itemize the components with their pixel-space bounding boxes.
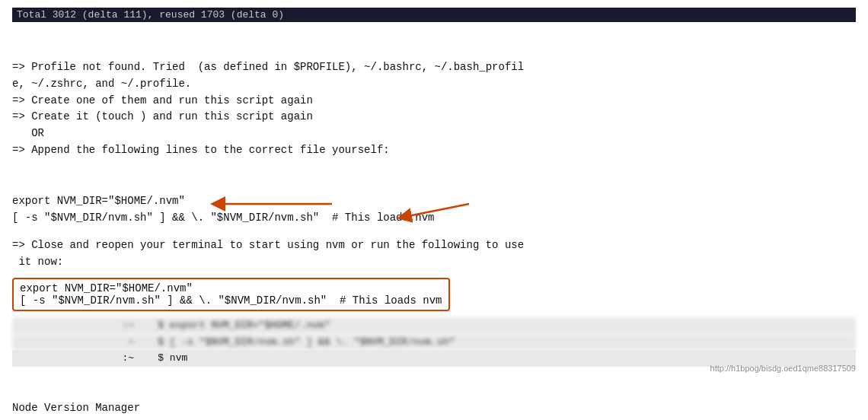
terminal-row-1: :~ $ export NVM_DIR="$HOME/.nvm": [12, 317, 856, 334]
footer-text: Node Version Manager: [12, 402, 140, 414]
line-profile: => Profile not found. Tried (as defined …: [12, 61, 524, 90]
terminal-row-2: ~ $ [ -s "$NVM_DIR/nvm.sh" ] && \. "$NVM…: [12, 334, 856, 351]
watermark: http://h1bpog/bisdg.oed1qme88317509: [710, 364, 856, 373]
highlighted-commands: export NVM_DIR="$HOME/.nvm" [ -s "$NVM_D…: [12, 278, 450, 311]
export-section: export NVM_DIR="$HOME/.nvm" [ -s "$NVM_D…: [12, 193, 856, 236]
terminal-output: => Profile not found. Tried (as defined …: [12, 27, 856, 192]
export-line1: export NVM_DIR="$HOME/.nvm" [ -s "$NVM_D…: [12, 193, 856, 226]
line-append: => Append the following lines to the cor…: [12, 144, 390, 156]
highlighted-box-wrapper: export NVM_DIR="$HOME/.nvm" [ -s "$NVM_D…: [12, 275, 856, 314]
top-bar-text: Total 3012 (delta 111), reused 1703 (del…: [17, 9, 284, 21]
main-container: Total 3012 (delta 111), reused 1703 (del…: [0, 0, 868, 420]
terminal-rows-section: :~ $ export NVM_DIR="$HOME/.nvm" ~ $ [ -…: [12, 317, 856, 367]
line-create2: => Create it (touch ) and run this scrip…: [12, 110, 313, 139]
line-create1: => Create one of them and run this scrip…: [12, 94, 313, 107]
close-reopen-line: => Close and reopen your terminal to sta…: [12, 237, 856, 270]
top-bar: Total 3012 (delta 111), reused 1703 (del…: [12, 8, 856, 22]
